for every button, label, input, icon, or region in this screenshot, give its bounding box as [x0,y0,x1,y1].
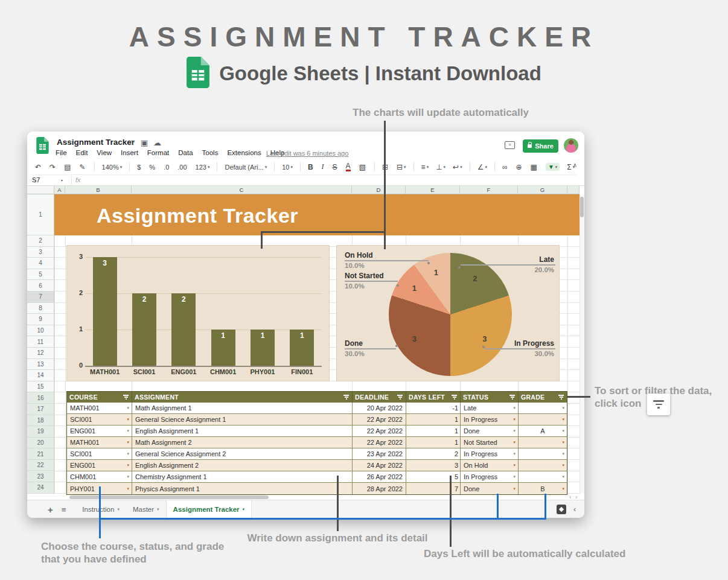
explore-icon[interactable] [557,505,566,514]
assignment-cell[interactable]: Chemistry Assignment 1 [132,471,353,482]
row-header[interactable]: 22 [27,460,54,471]
insert-comment-button[interactable]: ⊕ [516,163,523,171]
strikethrough-button[interactable]: S [333,163,339,171]
tab-caret-icon[interactable]: ▾ [117,507,120,512]
bar-chart[interactable]: 01233MATH0012SCI0012ENG0011CHM0011PHY001… [66,245,330,381]
deadline-cell[interactable]: 24 Apr 2022 [353,460,406,471]
days-left-cell[interactable]: 2 [406,448,461,459]
row-header[interactable]: 7 [27,292,54,303]
days-left-cell[interactable]: 3 [406,460,461,471]
row-header[interactable]: 23 [27,471,54,482]
collapse-panel-icon[interactable]: ‹ [573,505,576,514]
sheet-tab-assignment-tracker[interactable]: Assignment Tracker▾ [166,500,252,518]
row-header[interactable]: 1 [27,194,54,235]
all-sheets-menu-icon[interactable]: ≡ [62,505,66,514]
row-header[interactable]: 4 [27,258,54,269]
dropdown-caret-icon[interactable] [127,440,129,445]
deadline-cell[interactable]: 28 Apr 2022 [353,483,406,494]
dropdown-caret-icon[interactable] [127,429,129,433]
vertical-scrollbar-thumb[interactable] [580,197,584,217]
dropdown-caret-icon[interactable] [513,417,516,422]
italic-button[interactable]: I [322,162,325,171]
assignment-cell[interactable]: Physics Assignment 1 [132,483,353,494]
deadline-cell[interactable]: 20 Apr 2022 [353,403,406,413]
row-header[interactable]: 10 [27,325,54,337]
days-left-cell[interactable]: 1 [406,437,461,448]
grade-cell[interactable] [519,460,567,471]
sheet-tab-instruction[interactable]: Instruction▾ [75,500,126,518]
undo-icon[interactable]: ↶ [35,163,42,171]
select-all-corner[interactable] [27,185,54,194]
dropdown-caret-icon[interactable] [127,417,129,422]
increase-decimal-button[interactable]: .00 [177,164,188,171]
column-header-a[interactable]: A [54,185,65,194]
dropdown-caret-icon[interactable] [513,440,516,445]
row-header[interactable]: 2 [27,235,54,247]
share-button[interactable]: Share [523,139,558,153]
row-header[interactable]: 6 [27,280,54,292]
row-header[interactable]: 14 [27,370,54,381]
row-header[interactable]: 9 [27,314,54,325]
grade-cell[interactable] [519,471,567,482]
row-header[interactable]: 11 [27,336,54,348]
row-header[interactable]: 13 [27,359,54,371]
header-assignment[interactable]: ASSIGNMENT [132,392,353,403]
font-select[interactable]: Default (Ari...▾ [225,164,267,171]
avatar[interactable] [564,138,578,153]
dropdown-caret-icon[interactable] [513,451,516,456]
add-sheet-icon[interactable]: + [48,505,53,515]
filter-icon[interactable] [123,395,129,400]
filter-icon[interactable] [343,395,349,400]
insert-chart-button[interactable]: ▦ [531,163,538,171]
dropdown-caret-icon[interactable] [562,474,564,479]
deadline-cell[interactable]: 26 Apr 2022 [353,471,406,482]
decrease-decimal-button[interactable]: .0 [164,164,170,171]
row-header[interactable]: 12 [27,348,54,359]
course-cell[interactable]: CHM001 [67,471,132,482]
dropdown-caret-icon[interactable] [513,429,516,433]
format-percent-button[interactable]: % [149,164,156,171]
last-edit-link[interactable]: Last edit was 6 minutes ago [266,150,348,157]
assignment-cell[interactable]: Math Assignment 1 [132,403,353,413]
grade-cell[interactable]: A [519,425,567,436]
version-history-icon[interactable]: ≡ [505,141,515,149]
number-format-button[interactable]: 123▾ [196,164,210,171]
row-header[interactable]: 21 [27,448,54,460]
menu-item[interactable]: Tools [202,149,219,156]
dropdown-caret-icon[interactable] [127,463,129,468]
row-header[interactable]: 20 [27,438,54,449]
filter-icon[interactable] [558,395,564,400]
deadline-cell[interactable]: 22 Apr 2022 [353,437,406,448]
redo-icon[interactable]: ↷ [49,163,57,171]
deadline-cell[interactable]: 22 Apr 2022 [353,425,406,436]
print-icon[interactable]: ▤ [64,163,72,171]
row-header[interactable]: 5 [27,269,54,281]
column-header-partial[interactable] [567,185,580,194]
assignment-cell[interactable]: English Assignment 2 [132,460,353,471]
name-box[interactable]: S7 [32,176,40,183]
dropdown-caret-icon[interactable] [513,406,516,410]
days-left-cell[interactable]: -1 [406,403,461,413]
row-header[interactable]: 24 [27,482,54,494]
dropdown-caret-icon[interactable] [562,463,564,468]
course-cell[interactable]: ENG001 [67,460,132,471]
bold-button[interactable]: B [308,163,315,171]
merge-cells-button[interactable]: ⊟▾ [397,163,406,171]
days-left-cell[interactable]: 5 [406,471,461,482]
assignment-cell[interactable]: General Science Assignment 2 [132,448,353,459]
dropdown-caret-icon[interactable] [562,429,564,433]
grade-cell[interactable] [519,403,567,413]
row-header[interactable]: 19 [27,426,54,438]
status-cell[interactable]: On Hold [461,460,519,471]
borders-button[interactable]: ⊞ [382,163,389,171]
deadline-cell[interactable]: 23 Apr 2022 [353,448,406,459]
document-title[interactable]: Assignment Tracker [57,138,135,147]
filter-icon[interactable] [397,395,403,400]
grade-cell[interactable] [519,437,567,448]
course-cell[interactable]: MATH001 [67,437,132,448]
sheet-tab-master[interactable]: Master▾ [126,500,166,518]
days-left-cell[interactable]: 1 [406,425,461,436]
header-days-left[interactable]: DAYS LEFT [406,392,461,403]
menu-item[interactable]: Edit [76,149,88,156]
dropdown-caret-icon[interactable] [513,474,516,479]
